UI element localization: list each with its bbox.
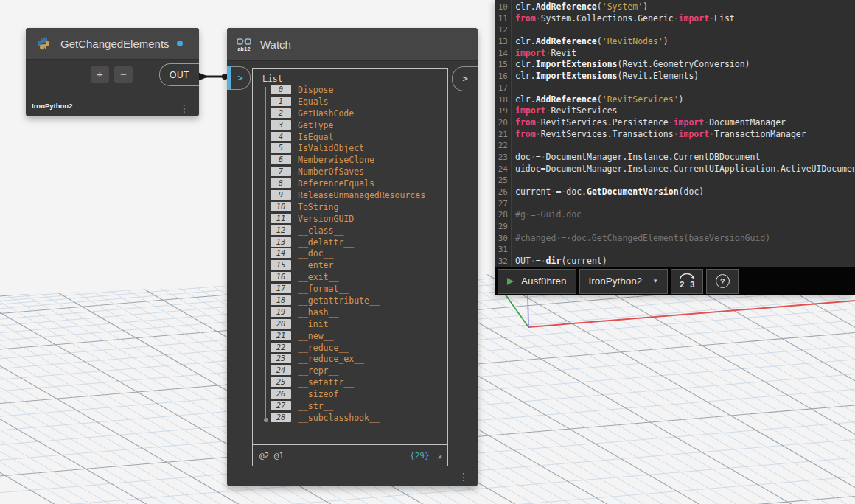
python2to3-migrate-button[interactable]: 2 3 [671, 269, 703, 294]
item-index-badge: 4 [271, 132, 291, 141]
code-line[interactable]: clr.AddReference('System') [515, 1, 855, 13]
item-index-badge: 11 [271, 214, 291, 223]
item-index-badge: 2 [271, 108, 291, 118]
code-line[interactable]: OUT·=·dir(current) [515, 256, 855, 267]
item-label: IsValidObject [298, 143, 364, 153]
code-line[interactable]: import·RevitServices [515, 105, 855, 117]
watch-list-item: 9ReleaseUnmanagedResources [253, 190, 447, 202]
code-line[interactable] [515, 140, 855, 152]
node-title: Watch [260, 38, 291, 51]
code-line[interactable] [515, 175, 855, 186]
watch-list-item: 0Dispose [253, 85, 447, 97]
code-line[interactable]: clr.AddReference('RevitServices') [515, 94, 855, 106]
line-number: 22 [495, 140, 511, 152]
item-index-badge: 7 [271, 167, 291, 176]
watch-list[interactable]: List 0Dispose1Equals2GetHashCode3GetType… [253, 69, 447, 444]
resize-grip-icon[interactable]: ◢ [437, 453, 441, 460]
watch-list-item: 21__new__ [253, 331, 447, 343]
line-number: 25 [495, 175, 511, 186]
code-line[interactable] [515, 244, 855, 256]
node-menu-ellipsis-icon[interactable]: ⋮ [458, 472, 469, 482]
node-header[interactable]: GetChangedElements [26, 28, 199, 60]
code-line[interactable]: current·=·doc.GetDocumentVersion(doc) [515, 186, 855, 198]
item-index-badge: 6 [271, 155, 291, 164]
watch-list-item: 14__doc__ [253, 248, 447, 260]
item-label: __sizeof__ [298, 389, 349, 399]
out-port[interactable]: OUT [159, 63, 199, 86]
item-index-badge: 5 [271, 143, 291, 153]
line-number: 24 [495, 164, 511, 175]
item-label: GetHashCode [298, 108, 354, 119]
code-line[interactable] [515, 24, 855, 36]
python-script-node[interactable]: GetChangedElements + − OUT IronPython2 ⋮ [26, 28, 199, 116]
watch-footer: @2 @1 {29} ◢ [253, 444, 447, 466]
line-number-gutter: 1011121314151617181920212223242526272829… [495, 0, 512, 267]
item-label: Equals [298, 97, 329, 107]
item-label: __str__ [298, 401, 333, 411]
engine-dropdown[interactable]: IronPython2 ▼ [579, 269, 669, 294]
item-index-badge: 1 [271, 97, 291, 106]
watch-list-item: 24__repr__ [253, 365, 447, 377]
watch-input-port[interactable]: > [231, 66, 251, 90]
line-number: 12 [495, 24, 511, 36]
code-line[interactable] [515, 221, 855, 233]
python-icon [36, 36, 51, 51]
code-line[interactable]: from·RevitServices.Persistence·import·Do… [515, 117, 855, 129]
code-lines[interactable]: clr.AddReference('System')from·System.Co… [512, 0, 855, 267]
item-index-badge: 15 [271, 260, 291, 270]
line-number: 23 [495, 152, 511, 164]
watch-list-item: 2GetHashCode [253, 108, 447, 120]
item-label: ToString [298, 202, 338, 212]
code-line[interactable]: #changed·=·doc.GetChangedElements(baseVe… [515, 233, 855, 245]
line-number: 13 [495, 36, 511, 48]
code-area[interactable]: 1011121314151617181920212223242526272829… [495, 0, 855, 267]
code-line[interactable]: uidoc=DocumentManager.Instance.CurrentUI… [515, 164, 855, 175]
code-line[interactable]: from·RevitServices.Transactions·import·T… [515, 129, 855, 141]
watch-list-item: 16__exit__ [253, 272, 447, 284]
line-number: 10 [495, 1, 511, 13]
line-number: 16 [495, 71, 511, 83]
code-line[interactable]: clr.ImportExtensions(Revit.Elements) [515, 71, 855, 83]
watch-list-item: 26__sizeof__ [253, 389, 447, 401]
python-script-editor[interactable]: 1011121314151617181920212223242526272829… [495, 0, 855, 295]
watch-list-item: 25__setattr__ [253, 377, 447, 389]
code-line[interactable]: #g·=·Guid.doc [515, 209, 855, 221]
code-line[interactable]: clr.AddReference('RevitNodes') [515, 36, 855, 48]
code-line[interactable]: doc·=·DocumentManager.Instance.CurrentDB… [515, 152, 855, 164]
watch-node[interactable]: ab12 Watch > > List 0Dispose1Equals2GetH… [227, 28, 478, 486]
line-number: 27 [495, 198, 511, 210]
watch-list-item: 27__str__ [253, 401, 447, 413]
item-index-badge: 18 [271, 295, 291, 305]
item-label: __subclasshook__ [298, 413, 380, 423]
line-number: 28 [495, 209, 511, 221]
code-line[interactable]: from·System.Collections.Generic·import·L… [515, 13, 855, 25]
watch-list-item: 11VersionGUID [253, 214, 447, 225]
run-button[interactable]: Ausführen [498, 269, 576, 294]
node-header[interactable]: ab12 Watch [227, 28, 478, 61]
watch-output-port[interactable]: > [452, 66, 478, 91]
item-index-badge: 20 [271, 319, 291, 329]
item-label: VersionGUID [298, 214, 354, 224]
node-menu-ellipsis-icon[interactable]: ⋮ [179, 103, 189, 113]
item-label: __setattr__ [298, 377, 354, 388]
origin-axes [503, 292, 855, 327]
item-label: ReferenceEquals [298, 178, 374, 189]
code-line[interactable]: clr.ImportExtensions(Revit.GeometryConve… [515, 59, 855, 71]
item-index-badge: 21 [271, 331, 291, 340]
item-label: __class__ [298, 225, 343, 236]
code-line[interactable]: import·Revit [515, 48, 855, 60]
item-label: __reduce_ex__ [298, 354, 364, 364]
item-index-badge: 0 [271, 85, 291, 94]
add-input-button[interactable]: + [91, 66, 109, 83]
watch-list-item: 5IsValidObject [253, 143, 447, 155]
z-axis-violet [528, 293, 528, 327]
code-line[interactable] [515, 198, 855, 210]
code-line[interactable] [515, 83, 855, 94]
question-mark-icon: ? [716, 274, 730, 288]
watch-list-item: 3GetType [253, 120, 447, 132]
item-label: __format__ [298, 284, 349, 294]
help-button[interactable]: ? [706, 269, 739, 294]
watch-list-item: 18__getattribute__ [253, 295, 447, 307]
remove-input-button[interactable]: − [114, 66, 133, 83]
list-count-badge: {29} [410, 451, 430, 461]
